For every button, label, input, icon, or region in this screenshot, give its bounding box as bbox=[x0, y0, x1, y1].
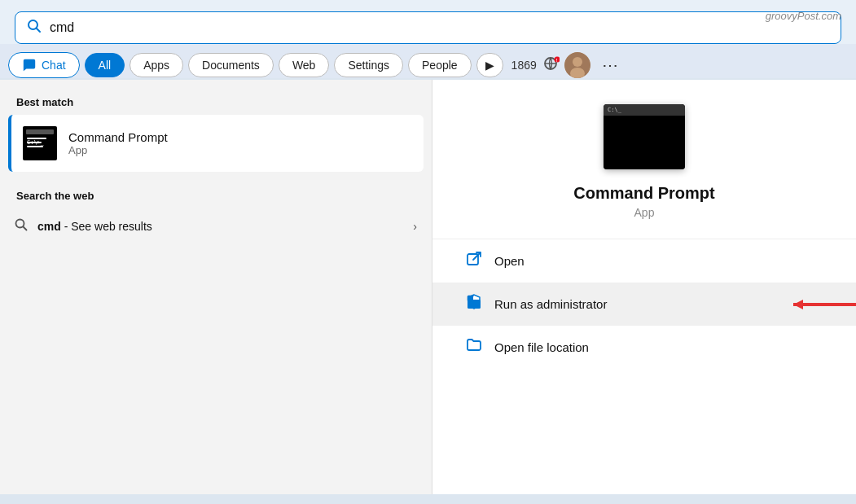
app-title: Command Prompt bbox=[573, 184, 714, 203]
action-open-file-location-label: Open file location bbox=[494, 340, 589, 354]
best-match-info: Command Prompt App bbox=[68, 130, 168, 156]
tab-all[interactable]: All bbox=[85, 53, 125, 77]
tab-settings[interactable]: Settings bbox=[334, 53, 403, 77]
left-panel: Best match C:\>_ Command Prompt App Sear… bbox=[0, 80, 432, 494]
tab-apps[interactable]: Apps bbox=[129, 53, 183, 77]
tabs-row: Chat All Apps Documents Web Settings Peo… bbox=[0, 44, 856, 78]
best-match-type: App bbox=[68, 144, 168, 156]
action-list: Open Run as administrator bbox=[432, 239, 856, 369]
search-icon bbox=[27, 19, 42, 37]
web-search-text: cmd - See web results bbox=[37, 220, 403, 233]
tab-people[interactable]: People bbox=[408, 53, 472, 77]
tab-apps-label: Apps bbox=[143, 59, 169, 72]
app-type: App bbox=[634, 206, 655, 219]
app-preview-body bbox=[604, 116, 685, 169]
action-run-as-admin-label: Run as administrator bbox=[494, 297, 607, 311]
watermark: groovyPost.com bbox=[766, 10, 841, 22]
tab-all-label: All bbox=[99, 59, 112, 72]
main-content: Best match C:\>_ Command Prompt App Sear… bbox=[0, 80, 856, 494]
tab-web-label: Web bbox=[292, 59, 316, 72]
svg-point-7 bbox=[573, 57, 582, 67]
web-search-item[interactable]: cmd - See web results › bbox=[0, 208, 432, 244]
action-run-as-admin[interactable]: Run as administrator bbox=[432, 283, 856, 326]
best-match-label: Best match bbox=[0, 96, 432, 108]
open-icon bbox=[465, 251, 483, 271]
app-titlebar: C:\_ bbox=[604, 104, 685, 116]
tab-people-label: People bbox=[422, 59, 458, 72]
right-panel: C:\_ Command Prompt App Open bbox=[432, 80, 856, 494]
search-bar bbox=[15, 11, 841, 44]
shield-icon bbox=[465, 294, 483, 314]
tab-web[interactable]: Web bbox=[279, 53, 330, 77]
app-preview-icon: C:\_ bbox=[604, 104, 685, 169]
svg-marker-19 bbox=[793, 300, 803, 309]
cmd-app-icon: C:\>_ bbox=[23, 126, 57, 160]
search-web-label: Search the web bbox=[0, 190, 432, 202]
action-open-file-location[interactable]: Open file location bbox=[432, 326, 856, 369]
search-bar-container bbox=[0, 0, 856, 44]
best-match-name: Command Prompt bbox=[68, 130, 168, 144]
tab-chat[interactable]: Chat bbox=[8, 52, 80, 78]
count-badge: 1869 bbox=[511, 59, 537, 72]
avatar[interactable] bbox=[564, 52, 590, 78]
folder-icon bbox=[465, 337, 483, 357]
svg-line-1 bbox=[37, 28, 41, 33]
play-icon: ▶ bbox=[485, 59, 494, 72]
action-open-label: Open bbox=[494, 254, 525, 268]
search-input[interactable] bbox=[50, 20, 829, 35]
search-web-icon bbox=[15, 218, 28, 234]
action-open[interactable]: Open bbox=[432, 239, 856, 283]
red-arrow bbox=[787, 293, 856, 316]
tab-settings-label: Settings bbox=[348, 59, 389, 72]
tab-documents-label: Documents bbox=[202, 59, 260, 72]
app-titlebar-text: C:\_ bbox=[608, 107, 621, 113]
best-match-item[interactable]: C:\>_ Command Prompt App bbox=[8, 115, 424, 172]
search-web-section: Search the web cmd - See web results › bbox=[0, 190, 432, 244]
tab-chat-label: Chat bbox=[42, 59, 66, 72]
more-options-button[interactable]: ⋯ bbox=[595, 52, 625, 78]
svg-line-10 bbox=[24, 227, 27, 230]
tab-more-arrow[interactable]: ▶ bbox=[476, 53, 503, 77]
tab-documents[interactable]: Documents bbox=[188, 53, 274, 77]
network-icon: ! bbox=[542, 56, 560, 75]
web-search-arrow: › bbox=[413, 220, 417, 233]
